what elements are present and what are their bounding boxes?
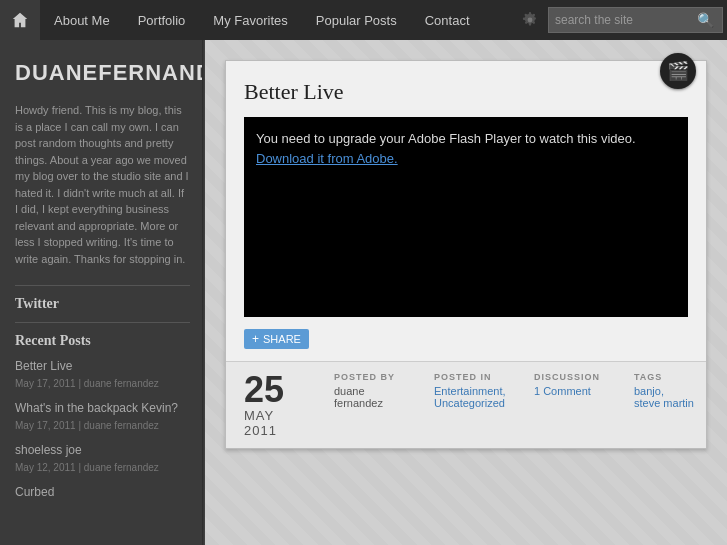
recent-post-link-1[interactable]: What's in the backpack Kevin? xyxy=(15,401,190,415)
recent-post-meta-0: May 17, 2011 | duane fernandez xyxy=(15,378,159,389)
search-box: 🔍 xyxy=(548,7,723,33)
recent-post-link-3[interactable]: Curbed xyxy=(15,485,190,499)
post-date: 25 MAY2011 xyxy=(244,372,314,438)
nav-about[interactable]: About Me xyxy=(40,0,124,40)
post-month: MAY2011 xyxy=(244,408,314,438)
flash-message: You need to upgrade your Adobe Flash Pla… xyxy=(256,131,636,146)
share-label: SHARE xyxy=(263,333,301,345)
posted-in-block: POSTED IN Entertainment, Uncategorized xyxy=(434,372,514,409)
discussion-block: DISCUSSION 1 Comment xyxy=(534,372,614,397)
content-area: 🎬 Better Live You need to upgrade your A… xyxy=(205,40,727,545)
gear-icon xyxy=(522,12,538,28)
comment-link[interactable]: 1 Comment xyxy=(534,385,591,397)
post-meta: POSTED BY duane fernandez POSTED IN Ente… xyxy=(334,372,714,438)
film-badge: 🎬 xyxy=(660,53,696,89)
posted-by-block: POSTED BY duane fernandez xyxy=(334,372,414,409)
tags-value: banjo, steve martin xyxy=(634,385,714,409)
video-container: You need to upgrade your Adobe Flash Pla… xyxy=(244,117,688,317)
sidebar-bio: Howdy friend. This is my blog, this is a… xyxy=(15,102,190,267)
recent-post-3: Curbed xyxy=(15,485,190,499)
flash-download-link[interactable]: Download it from Adobe. xyxy=(256,151,636,166)
post-title: Better Live xyxy=(244,79,688,105)
tags-label: TAGS xyxy=(634,372,714,382)
discussion-value: 1 Comment xyxy=(534,385,614,397)
post-card: 🎬 Better Live You need to upgrade your A… xyxy=(225,60,707,449)
post-footer: 25 MAY2011 POSTED BY duane fernandez POS… xyxy=(226,361,706,448)
share-button[interactable]: + SHARE xyxy=(244,329,309,349)
search-input[interactable] xyxy=(555,13,695,27)
home-button[interactable] xyxy=(0,0,40,40)
recent-post-0: Better Live May 17, 2011 | duane fernand… xyxy=(15,359,190,391)
nav-favorites[interactable]: My Favorites xyxy=(199,0,301,40)
nav-contact[interactable]: Contact xyxy=(411,0,484,40)
sidebar-divider-2 xyxy=(15,322,190,323)
nav-popular[interactable]: Popular Posts xyxy=(302,0,411,40)
share-icon: + xyxy=(252,332,259,346)
search-button[interactable]: 🔍 xyxy=(695,12,716,28)
film-icon: 🎬 xyxy=(667,60,689,82)
recent-post-meta-2: May 12, 2011 | duane fernandez xyxy=(15,462,159,473)
posted-in-label: POSTED IN xyxy=(434,372,514,382)
sidebar: DUANEFERNANDEZ Howdy friend. This is my … xyxy=(0,40,205,545)
recent-post-link-0[interactable]: Better Live xyxy=(15,359,190,373)
tags-block: TAGS banjo, steve martin xyxy=(634,372,714,409)
navbar: About Me Portfolio My Favorites Popular … xyxy=(0,0,727,40)
category-link-2[interactable]: Uncategorized xyxy=(434,397,505,409)
settings-button[interactable] xyxy=(512,0,548,40)
post-day: 25 xyxy=(244,372,314,408)
site-title: DUANEFERNANDEZ xyxy=(15,60,190,86)
discussion-label: DISCUSSION xyxy=(534,372,614,382)
posted-in-value: Entertainment, Uncategorized xyxy=(434,385,514,409)
nav-portfolio[interactable]: Portfolio xyxy=(124,0,200,40)
posted-by-value: duane fernandez xyxy=(334,385,414,409)
recent-post-2: shoeless joe May 12, 2011 | duane fernan… xyxy=(15,443,190,475)
recent-post-link-2[interactable]: shoeless joe xyxy=(15,443,190,457)
home-icon xyxy=(11,11,29,29)
posted-by-label: POSTED BY xyxy=(334,372,414,382)
tag-link-2[interactable]: steve martin xyxy=(634,397,694,409)
twitter-section-title: Twitter xyxy=(15,296,190,312)
main-layout: DUANEFERNANDEZ Howdy friend. This is my … xyxy=(0,40,727,545)
recent-posts-title: Recent Posts xyxy=(15,333,190,349)
sidebar-divider xyxy=(15,285,190,286)
recent-post-meta-1: May 17, 2011 | duane fernandez xyxy=(15,420,159,431)
recent-post-1: What's in the backpack Kevin? May 17, 20… xyxy=(15,401,190,433)
tag-link-1[interactable]: banjo, xyxy=(634,385,664,397)
category-link-1[interactable]: Entertainment, xyxy=(434,385,506,397)
